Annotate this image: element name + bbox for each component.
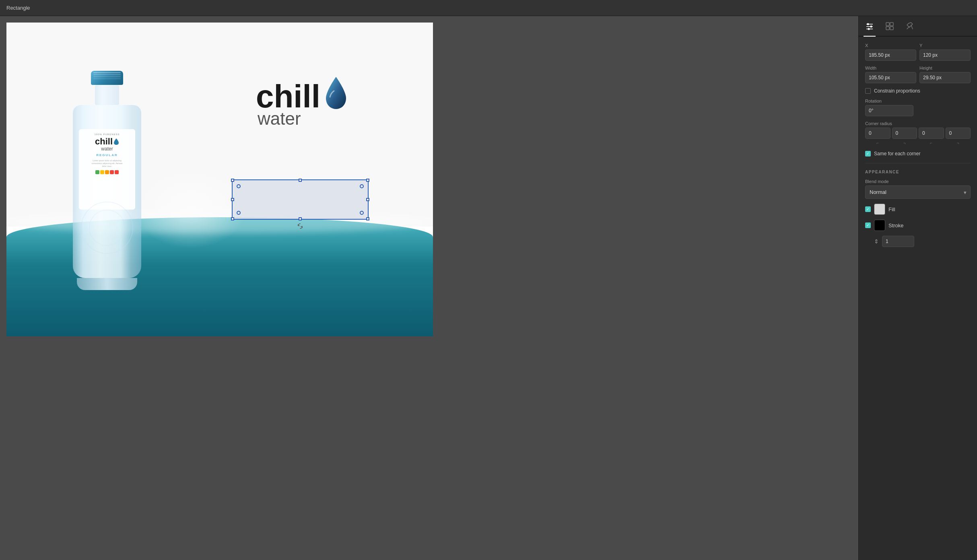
stroke-checkbox[interactable] [865,222,871,228]
svg-rect-8 [886,27,889,30]
bottle-water-text: water [101,146,113,152]
width-input[interactable] [865,72,916,83]
blend-mode-row: Normal ▾ [865,185,971,199]
bottle-rating [95,170,119,174]
y-field-group: Y [919,43,971,61]
tab-layout[interactable] [884,19,896,37]
handle-bottom-left[interactable] [231,217,234,220]
x-field-group: X [865,43,916,61]
corner-radius-grid [865,128,971,139]
x-input[interactable] [865,49,916,61]
sliders-icon [865,22,874,31]
rotate-icon[interactable] [296,222,304,230]
rotation-label: Rotation [865,99,971,103]
tab-tools[interactable] [904,19,916,37]
selected-rect-container[interactable] [232,179,369,220]
corner-bl-input[interactable] [946,128,971,139]
rotation-section: Rotation [865,99,971,116]
corner-tl-input[interactable] [865,128,890,139]
stroke-weight-input[interactable] [882,236,914,247]
stroke-label: Stroke [888,222,904,229]
svg-point-1 [867,23,869,25]
bottle-label: 100% PURENESS chill water REGULAR Lorem … [79,129,135,210]
handle-top-left[interactable] [231,179,234,182]
bottle-bottom [77,278,137,290]
selected-rectangle[interactable] [232,179,369,220]
panel-content: X Y Width Height [859,37,977,253]
bottle-regular-text: REGULAR [96,153,118,157]
x-label: X [865,43,916,48]
svg-rect-9 [890,27,893,30]
canvas-frame: chill [6,23,433,336]
fill-row: Fill [865,204,971,215]
rotation-input[interactable] [865,105,913,116]
width-field-group: Width [865,66,916,83]
height-field-group: Height [919,66,971,83]
y-label: Y [919,43,971,48]
corner-icons: ⌐ ¬ ⌐ ¬ [865,140,971,146]
rotation-input-wrap [865,105,905,116]
width-label: Width [865,66,916,70]
top-bar: Rectangle [0,0,977,16]
right-panel: X Y Width Height [858,16,977,560]
logo-drop-icon [322,75,350,111]
logo-chill: chill [256,80,320,113]
stroke-weight-row: ⇕ [865,236,971,247]
position-row: X Y [865,43,971,61]
corner-radius-section: Corner radius ⌐ ¬ ⌐ ¬ [865,121,971,146]
rotation-handle-tr[interactable] [360,184,364,188]
rotation-handle-br[interactable] [360,211,364,215]
corner-tl-icon: ⌐ [865,140,890,146]
handle-top-center[interactable] [299,179,302,182]
height-input[interactable] [919,72,971,83]
same-corner-label: Same for each corner [874,151,920,156]
bottle-chill-text: chill [95,137,119,146]
handle-bottom-center[interactable] [299,217,302,220]
stroke-weight-icon: ⇕ [874,238,879,245]
constrain-label: Constrain proportions [874,88,920,94]
bottle-container: 100% PURENESS chill water REGULAR Lorem … [63,71,151,328]
fill-color-swatch[interactable] [874,204,885,215]
blend-mode-select[interactable]: Normal [865,185,971,199]
svg-point-3 [870,26,872,28]
rotation-handle-bl[interactable] [237,211,241,215]
handle-middle-right[interactable] [366,198,369,201]
height-label: Height [919,66,971,70]
same-corner-checkbox[interactable] [865,151,871,156]
logo-container: chill [256,75,385,129]
panel-divider [865,163,971,163]
layout-icon [885,22,894,31]
same-corner-row: Same for each corner [865,151,971,156]
blend-mode-section: Blend mode Normal ▾ [865,179,971,199]
bottle-body: 100% PURENESS chill water REGULAR Lorem … [73,105,141,278]
size-row: Width Height [865,66,971,83]
constrain-checkbox[interactable] [865,88,871,94]
blend-mode-label: Blend mode [865,179,971,184]
panel-tabs [859,16,977,37]
svg-rect-7 [890,23,893,26]
svg-line-10 [907,27,909,29]
tools-icon [905,22,914,31]
handle-middle-left[interactable] [231,198,234,201]
svg-line-11 [911,25,913,29]
corner-br-input[interactable] [919,128,944,139]
appearance-title: APPEARANCE [865,170,971,174]
corner-radius-label: Corner radius [865,121,971,126]
fill-checkbox[interactable] [865,206,871,212]
handle-top-right[interactable] [366,179,369,182]
tab-design[interactable] [864,19,876,37]
page-title: Rectangle [6,5,30,11]
handle-bottom-right[interactable] [366,217,369,220]
y-input[interactable] [919,49,971,61]
svg-rect-6 [886,23,889,26]
rotation-handle-tl[interactable] [237,184,241,188]
bottle-desc-text: Lorem ipsum dolor sit adipiscingconsecte… [92,159,123,168]
corner-tr-icon: ¬ [892,140,917,146]
corner-br-icon: ⌐ [919,140,944,146]
main-layout: chill [0,16,977,560]
stroke-color-swatch[interactable] [874,220,885,231]
corner-tr-input[interactable] [892,128,917,139]
canvas-area: chill [0,16,858,560]
bottle-pureness-text: 100% PURENESS [94,133,120,136]
stroke-row: Stroke [865,220,971,231]
